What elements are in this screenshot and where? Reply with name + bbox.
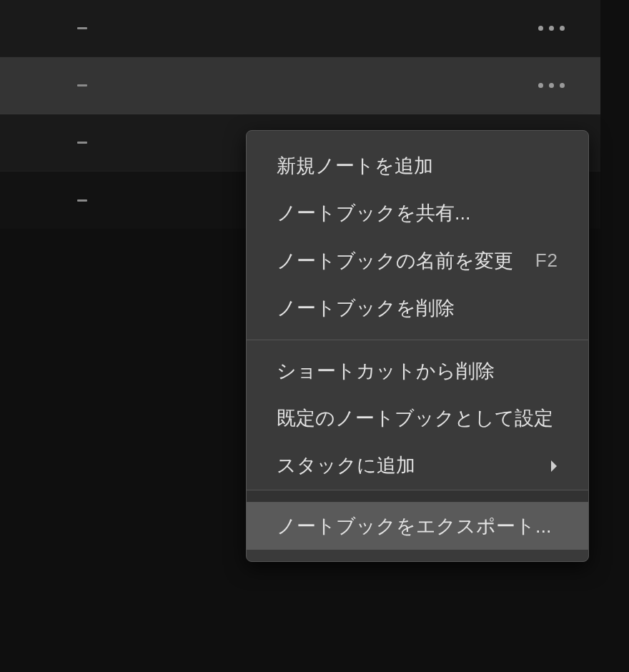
more-icon[interactable] (531, 19, 572, 38)
menu-separator (247, 340, 588, 340)
context-menu: 新規ノートを追加 ノートブックを共有... ノートブックの名前を変更 F2 ノー… (246, 130, 589, 562)
menu-item-delete-notebook[interactable]: ノートブックを削除 (247, 285, 588, 332)
menu-item-shortcut: F2 (535, 249, 558, 272)
menu-item-label: スタックに追加 (277, 454, 415, 477)
dash-icon (77, 142, 87, 144)
menu-item-label: ノートブックの名前を変更 (277, 249, 513, 272)
menu-item-add-note[interactable]: 新規ノートを追加 (247, 142, 588, 189)
list-item[interactable] (0, 0, 600, 57)
menu-item-add-to-stack[interactable]: スタックに追加 (247, 442, 588, 489)
menu-item-set-default-notebook[interactable]: 既定のノートブックとして設定 (247, 395, 588, 442)
more-icon[interactable] (531, 76, 572, 95)
dash-icon (77, 84, 87, 87)
menu-item-label: ショートカットから削除 (277, 360, 495, 382)
menu-item-label: ノートブックを共有... (277, 202, 471, 224)
chevron-right-icon (550, 460, 558, 472)
menu-item-label: 既定のノートブックとして設定 (277, 407, 553, 430)
dash-icon (77, 199, 87, 202)
menu-item-label: ノートブックをエクスポート... (277, 515, 552, 538)
menu-item-share-notebook[interactable]: ノートブックを共有... (247, 189, 588, 237)
menu-item-remove-shortcut[interactable]: ショートカットから削除 (247, 347, 588, 395)
menu-item-rename-notebook[interactable]: ノートブックの名前を変更 F2 (247, 237, 588, 285)
menu-item-export-notebook[interactable]: ノートブックをエクスポート... (247, 503, 588, 550)
menu-separator (247, 490, 588, 503)
list-item[interactable] (0, 57, 600, 114)
menu-item-label: ノートブックを削除 (277, 297, 455, 320)
menu-item-label: 新規ノートを追加 (277, 154, 433, 177)
dash-icon (77, 27, 87, 29)
